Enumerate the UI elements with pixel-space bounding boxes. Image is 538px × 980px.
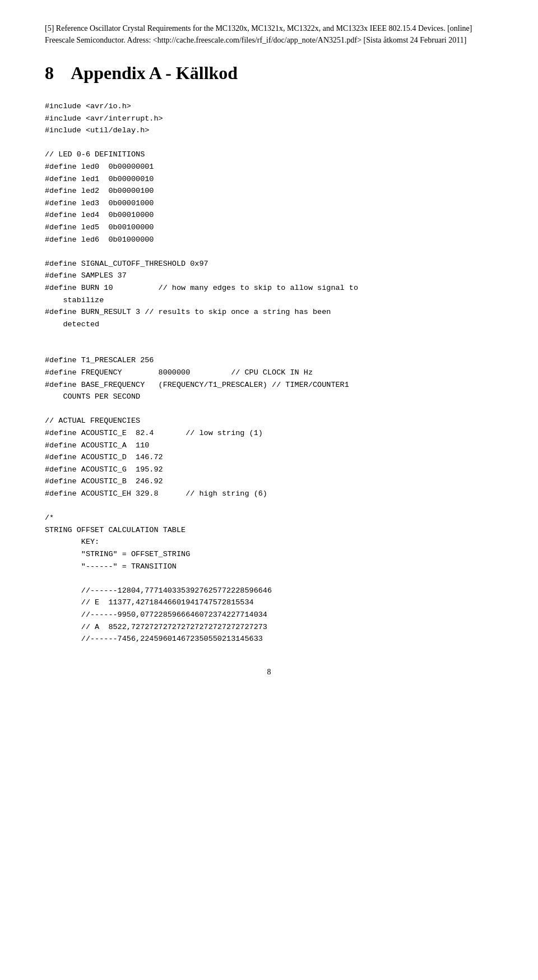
section-header: 8 Appendix A - Källkod [45,63,493,84]
section-title: 8 Appendix A - Källkod [45,63,493,84]
reference-block: [5] Reference Oscillator Crystal Require… [45,22,493,46]
section-title-text: Appendix A - Källkod [58,63,238,83]
page-number: 8 [45,668,493,677]
section-number: 8 [45,63,54,83]
reference-text: [5] Reference Oscillator Crystal Require… [45,22,493,46]
code-section: #include <avr/io.h> #include <avr/interr… [45,100,493,645]
code-content: #include <avr/io.h> #include <avr/interr… [45,100,493,645]
